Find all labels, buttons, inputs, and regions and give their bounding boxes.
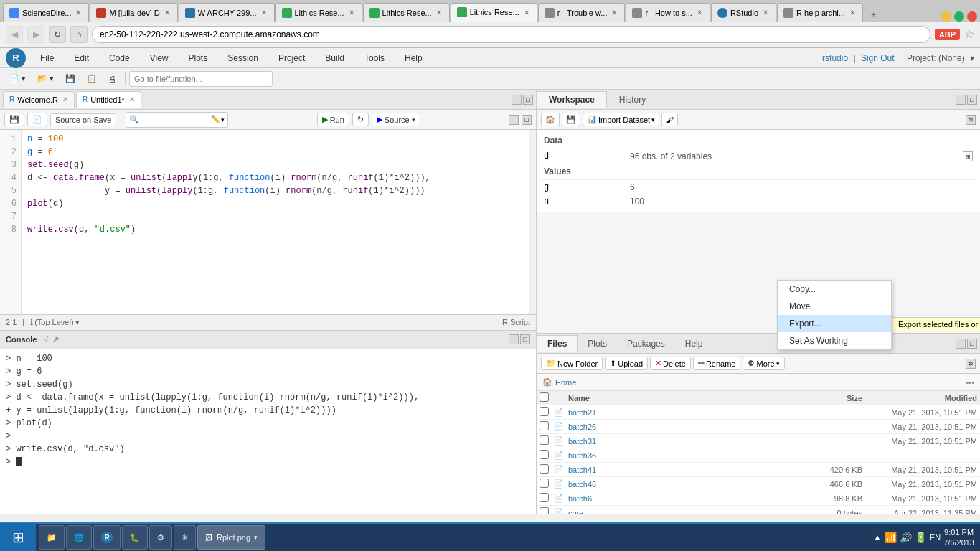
- search-input[interactable]: [139, 113, 211, 127]
- tab-close[interactable]: ✕: [522, 9, 531, 17]
- tab-history[interactable]: History: [607, 91, 658, 108]
- url-input[interactable]: [92, 26, 930, 43]
- taskbar-item6[interactable]: ✳: [174, 525, 196, 550]
- taskbar-rplot-item[interactable]: 🖼 Rplot.png ▾: [197, 525, 265, 550]
- bookmark-button[interactable]: ☆: [964, 27, 974, 41]
- header-name[interactable]: Name: [568, 394, 805, 402]
- tab-welcome-r[interactable]: R Welcome.R ✕: [3, 91, 75, 108]
- ws-home-button[interactable]: 🏠: [541, 113, 560, 126]
- menu-project[interactable]: Project: [273, 52, 311, 65]
- check-batch41[interactable]: [540, 464, 549, 474]
- row-check-batch6[interactable]: [540, 493, 554, 504]
- forward-button[interactable]: ▶: [27, 26, 44, 43]
- menu-plots[interactable]: Plots: [183, 52, 214, 65]
- save-file-button[interactable]: 💾: [4, 113, 24, 126]
- taskbar-item5[interactable]: ⚙: [149, 525, 172, 550]
- files-maximize-button[interactable]: □: [967, 339, 977, 349]
- tab-julia-dev[interactable]: M [julia-dev] D ✕: [90, 3, 177, 22]
- header-date[interactable]: Modified: [862, 394, 977, 402]
- taskbar-chrome[interactable]: 🌐: [66, 525, 92, 550]
- editor-maximize-button[interactable]: □: [523, 95, 533, 105]
- tray-arrow-icon[interactable]: ▲: [873, 532, 882, 542]
- code-editor[interactable]: 12345678 n = 100 g = 6 set.seed(g) d <- …: [0, 130, 536, 314]
- new-file-button[interactable]: 📄 ▾: [4, 72, 31, 85]
- console-minimize-button[interactable]: _: [509, 334, 519, 344]
- menu-view[interactable]: View: [144, 52, 174, 65]
- cm-export[interactable]: Export...: [778, 315, 891, 332]
- delete-button[interactable]: ✕ Delete: [650, 357, 691, 370]
- close-button[interactable]: [967, 11, 977, 22]
- tab-trouble[interactable]: r - Trouble w... ✕: [538, 3, 626, 22]
- select-all-checkbox[interactable]: [540, 392, 549, 402]
- file-name-batch31[interactable]: batch31: [568, 437, 805, 446]
- menu-file[interactable]: File: [34, 52, 60, 65]
- minimize-button[interactable]: [941, 11, 951, 22]
- search-dropdown[interactable]: ▾: [221, 116, 225, 123]
- menu-help[interactable]: Help: [399, 52, 428, 65]
- check-batch31[interactable]: [540, 435, 549, 445]
- tray-network-icon[interactable]: 📶: [885, 532, 897, 543]
- save-all-button[interactable]: 📋: [82, 72, 102, 85]
- edit-icon[interactable]: ✏️: [211, 115, 221, 124]
- new-folder-button[interactable]: 📁 New Folder: [541, 357, 603, 370]
- source-on-save-button[interactable]: Source on Save: [50, 113, 116, 126]
- menu-code[interactable]: Code: [103, 52, 136, 65]
- workspace-maximize-button[interactable]: □: [967, 95, 977, 105]
- home-breadcrumb-label[interactable]: Home: [555, 378, 576, 387]
- row-check-batch36[interactable]: [540, 450, 554, 461]
- reload-button[interactable]: ↻: [49, 26, 66, 43]
- check-batch21[interactable]: [540, 407, 549, 416]
- editor-code-min[interactable]: _: [509, 115, 519, 125]
- tab-files[interactable]: Files: [537, 335, 578, 352]
- maximize-button[interactable]: [954, 11, 964, 22]
- goto-input[interactable]: [129, 71, 273, 87]
- new-tab-button[interactable]: +: [867, 9, 880, 22]
- ws-refresh-button[interactable]: ↻: [966, 115, 976, 125]
- taskbar-r-button[interactable]: R: [93, 525, 121, 550]
- row-check-batch26[interactable]: [540, 421, 554, 432]
- import-dataset-button[interactable]: 📊 Import Dataset ▾: [583, 113, 659, 126]
- row-check-core[interactable]: [540, 507, 554, 514]
- cm-copy[interactable]: Copy...: [778, 281, 891, 298]
- upload-button[interactable]: ⬆ Upload: [605, 357, 648, 370]
- check-core[interactable]: [540, 507, 549, 514]
- tab-close[interactable]: ✕: [435, 9, 443, 17]
- rstudio-link[interactable]: rstudio: [822, 53, 848, 63]
- run-button[interactable]: ▶ Run: [317, 113, 349, 126]
- tab-welcome-close[interactable]: ✕: [62, 95, 68, 103]
- check-batch36[interactable]: [540, 450, 549, 459]
- var-d-grid-button[interactable]: ⊞: [963, 151, 973, 161]
- editor-code-max[interactable]: □: [522, 115, 532, 125]
- more-button[interactable]: ⚙ More ▾: [743, 357, 784, 370]
- home-button[interactable]: ⌂: [70, 26, 88, 43]
- back-button[interactable]: ◀: [6, 26, 23, 43]
- breadcrumb-more[interactable]: •••: [966, 378, 974, 387]
- tab-howto[interactable]: r - How to s... ✕: [626, 3, 710, 22]
- re-run-button[interactable]: ↻: [352, 113, 369, 126]
- tray-battery-icon[interactable]: 🔋: [915, 532, 927, 543]
- project-dropdown[interactable]: ▾: [970, 53, 974, 63]
- console-body[interactable]: > n = 100 > g = 6 > set.seed(g) > d <- d…: [0, 349, 536, 515]
- tab-close[interactable]: ✕: [848, 9, 857, 17]
- tab-lithics3[interactable]: Lithics Rese... ✕: [451, 3, 537, 22]
- start-button[interactable]: ⊞: [0, 523, 36, 551]
- row-check-batch31[interactable]: [540, 435, 554, 446]
- header-check[interactable]: [540, 392, 554, 403]
- tray-lang-icon[interactable]: EN: [930, 533, 941, 542]
- top-level-selector[interactable]: ℹ (Top Level) ▾: [30, 318, 79, 327]
- row-check-batch21[interactable]: [540, 407, 554, 418]
- signout-link[interactable]: Sign Out: [861, 53, 895, 63]
- tab-sciencedire[interactable]: ScienceDire... ✕: [3, 3, 89, 22]
- tab-close[interactable]: ✕: [74, 9, 83, 17]
- row-check-batch46[interactable]: [540, 479, 554, 489]
- tab-close[interactable]: ✕: [610, 9, 618, 17]
- tab-close[interactable]: ✕: [163, 9, 171, 17]
- adblock-button[interactable]: ABP: [935, 29, 960, 40]
- tab-archy[interactable]: W ARCHY 299... ✕: [179, 3, 275, 22]
- tray-volume-icon[interactable]: 🔊: [900, 532, 912, 543]
- rename-button[interactable]: ✏ Rename: [693, 357, 741, 370]
- tab-rhelp[interactable]: R help archi... ✕: [777, 3, 863, 22]
- file-name-batch6[interactable]: batch6: [568, 494, 805, 503]
- files-minimize-button[interactable]: _: [956, 339, 966, 349]
- new-file-dropdown[interactable]: ▾: [22, 74, 26, 83]
